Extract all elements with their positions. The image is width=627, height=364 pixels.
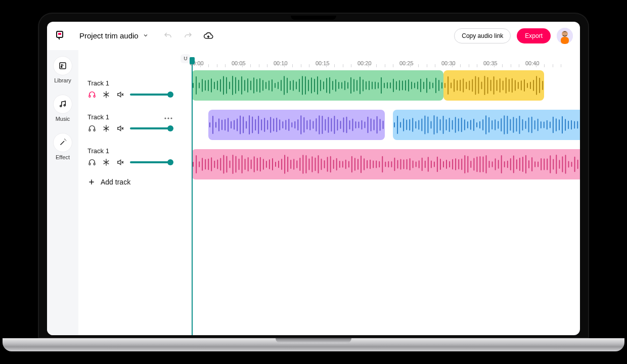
svg-rect-16	[89, 163, 91, 165]
time-label: 00:30	[441, 60, 456, 66]
toolbar: Project trim audio Cop	[47, 22, 580, 50]
time-label: 00:10	[274, 60, 288, 66]
audio-clip[interactable]	[443, 70, 544, 101]
laptop-notch	[291, 16, 336, 20]
volume-slider-thumb[interactable]	[167, 125, 173, 131]
effect-icon	[53, 133, 72, 152]
svg-rect-14	[89, 129, 91, 131]
playhead-handle[interactable]	[190, 57, 195, 64]
time-label: 00:40	[525, 60, 540, 66]
undo-button[interactable]	[161, 29, 175, 43]
volume-slider[interactable]	[130, 161, 172, 163]
app-window: Project trim audio Cop	[47, 22, 580, 335]
lane-2[interactable]	[180, 146, 580, 183]
copy-audio-link-button[interactable]: Copy audio link	[454, 28, 511, 43]
audio-clip[interactable]	[208, 110, 385, 140]
laptop-bezel: Project trim audio Cop	[38, 13, 589, 338]
volume-slider-thumb[interactable]	[167, 92, 173, 98]
export-button[interactable]: Export	[517, 28, 551, 43]
track-row: Track 1	[78, 76, 180, 103]
time-label: 00:20	[357, 60, 372, 66]
svg-rect-17	[94, 163, 95, 165]
audio-clip[interactable]	[393, 110, 580, 140]
mute-icon[interactable]	[116, 90, 125, 99]
add-track-button[interactable]: Add track	[78, 171, 180, 193]
mute-icon[interactable]	[116, 158, 125, 167]
svg-point-11	[164, 117, 166, 119]
svg-point-8	[64, 105, 65, 106]
nav-item-effect[interactable]: Effect	[47, 129, 78, 164]
track-name: Track 1	[87, 113, 109, 121]
svg-rect-4	[561, 37, 569, 44]
time-label: 00:35	[483, 60, 498, 66]
cloud-upload-button[interactable]	[201, 29, 215, 43]
timeline-lanes	[180, 67, 580, 335]
time-label: 00:05	[232, 60, 246, 66]
svg-rect-9	[89, 95, 91, 97]
headphones-icon[interactable]	[87, 124, 97, 133]
headphones-icon[interactable]	[87, 90, 97, 99]
headphones-icon[interactable]	[87, 158, 97, 167]
nav-item-music[interactable]: Music	[47, 90, 78, 126]
project-dropdown[interactable]: Project trim audio	[79, 31, 149, 40]
snowflake-icon[interactable]	[102, 124, 111, 133]
snowflake-icon[interactable]	[102, 90, 111, 99]
lane-1[interactable]	[180, 107, 580, 143]
svg-rect-15	[94, 129, 95, 131]
svg-point-7	[60, 105, 62, 107]
add-track-label: Add track	[101, 178, 130, 186]
user-avatar[interactable]	[557, 28, 573, 44]
track-row: Track 1	[78, 144, 180, 171]
snowflake-icon[interactable]	[102, 158, 111, 167]
audio-clip[interactable]	[192, 70, 443, 101]
app-logo	[54, 29, 68, 43]
nav-label: Effect	[56, 154, 70, 160]
track-menu-button[interactable]	[164, 113, 172, 121]
timeline[interactable]: 00:0000:0500:1000:1500:2000:2500:3000:35…	[180, 50, 580, 335]
svg-rect-10	[94, 95, 95, 97]
left-nav: Library Music Effect	[47, 50, 78, 335]
laptop-base	[3, 338, 624, 351]
mute-icon[interactable]	[116, 124, 125, 133]
time-label: 00:25	[399, 60, 414, 66]
library-icon	[53, 56, 72, 75]
nav-label: Music	[56, 116, 70, 122]
track-panel: Track 1 Track 1	[78, 50, 180, 335]
music-icon	[53, 95, 72, 114]
svg-rect-5	[60, 63, 66, 69]
volume-slider[interactable]	[130, 94, 172, 96]
track-name: Track 1	[87, 79, 109, 87]
audio-clip[interactable]	[192, 149, 580, 179]
project-name: Project trim audio	[79, 31, 139, 40]
redo-button[interactable]	[181, 29, 195, 43]
svg-point-12	[167, 117, 169, 119]
svg-point-6	[61, 66, 62, 67]
timeline-ruler[interactable]: 00:0000:0500:1000:1500:2000:2500:3000:35…	[180, 50, 580, 67]
volume-slider-thumb[interactable]	[167, 159, 173, 165]
plus-icon	[87, 178, 96, 186]
playhead[interactable]	[192, 63, 193, 335]
track-row: Track 1	[78, 110, 180, 137]
nav-label: Library	[54, 77, 71, 83]
svg-rect-1	[58, 33, 61, 35]
lane-0[interactable]	[180, 67, 580, 104]
track-name: Track 1	[87, 147, 109, 155]
nav-item-library[interactable]: Library	[47, 52, 78, 87]
volume-slider[interactable]	[130, 127, 172, 129]
time-label: 00:15	[316, 60, 330, 66]
laptop-frame: Project trim audio Cop	[38, 13, 589, 351]
svg-point-13	[170, 117, 172, 119]
chevron-down-icon	[143, 31, 149, 40]
